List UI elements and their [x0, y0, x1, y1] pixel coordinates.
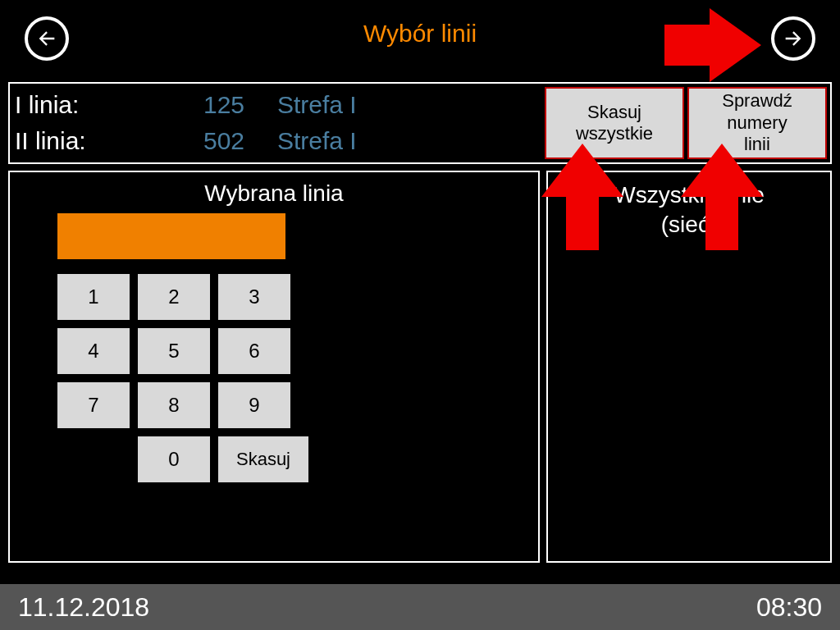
key-2[interactable]: 2 [138, 274, 210, 320]
key-9[interactable]: 9 [218, 382, 290, 428]
all-lines-label-2: (sieć) [548, 212, 830, 238]
line-label: II linia: [15, 127, 171, 155]
status-bar: 11.12.2018 08:30 [0, 584, 840, 630]
line-info-grid: I linia: 125 Strefa I II linia: 502 Stre… [15, 87, 357, 159]
key-3[interactable]: 3 [218, 274, 290, 320]
keypad-title: Wybrana linia [10, 180, 538, 207]
key-clear[interactable]: Skasuj [218, 436, 308, 482]
line-row: I linia: 125 Strefa I [15, 87, 357, 123]
info-buttons: Skasuj wszystkie Sprawdź numery linii [545, 87, 827, 159]
line-info-panel: I linia: 125 Strefa I II linia: 502 Stre… [8, 82, 832, 164]
page-title: Wybór linii [0, 20, 840, 48]
next-button[interactable] [771, 16, 815, 61]
line-number: 502 [171, 127, 277, 155]
line-row: II linia: 502 Strefa I [15, 123, 357, 159]
line-zone: Strefa I [277, 127, 357, 155]
key-1[interactable]: 1 [57, 274, 130, 320]
key-4[interactable]: 4 [57, 328, 130, 374]
delete-all-button[interactable]: Skasuj wszystkie [545, 87, 684, 159]
status-date: 11.12.2018 [18, 592, 149, 623]
header: Wybór linii [0, 0, 840, 75]
selected-line-display [57, 213, 285, 259]
key-5[interactable]: 5 [138, 328, 210, 374]
line-zone: Strefa I [277, 91, 357, 119]
status-time: 08:30 [756, 592, 822, 623]
check-numbers-button[interactable]: Sprawdź numery linii [687, 87, 827, 159]
all-lines-label-1: Wszystkie linie [548, 182, 830, 208]
line-label: I linia: [15, 91, 171, 119]
key-0[interactable]: 0 [138, 436, 210, 482]
key-6[interactable]: 6 [218, 328, 290, 374]
all-lines-panel[interactable]: Wszystkie linie (sieć) [546, 171, 832, 563]
keypad-panel: Wybrana linia 1 2 3 4 5 6 7 8 9 0 Skasuj [8, 171, 540, 563]
key-8[interactable]: 8 [138, 382, 210, 428]
line-number: 125 [171, 91, 277, 119]
key-7[interactable]: 7 [57, 382, 130, 428]
arrow-right-icon [782, 27, 805, 50]
keypad: 1 2 3 4 5 6 7 8 9 0 Skasuj [57, 274, 312, 482]
